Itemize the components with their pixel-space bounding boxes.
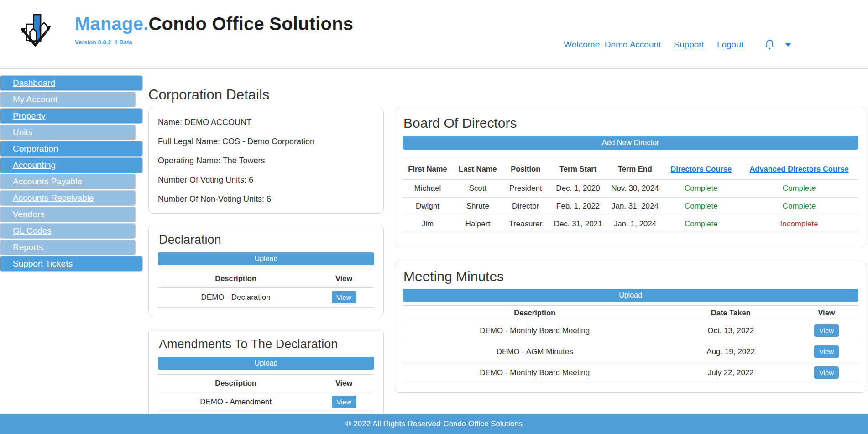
- table-row: Michael Scott President Dec. 1, 2020 Nov…: [403, 180, 858, 198]
- sidebar-item-accounts-receivable[interactable]: Accounts Receivable: [0, 190, 136, 206]
- minutes-description: DEMO - AGM Minutes: [403, 341, 667, 362]
- board-of-directors-card: Board Of Directors Add New Director Firs…: [395, 107, 866, 247]
- chevron-down-icon[interactable]: [785, 43, 791, 47]
- board-col-position: Position: [503, 157, 549, 180]
- directors-course-status: Complete: [662, 198, 740, 215]
- header-menu: Welcome, Demo Account Support Logout: [551, 38, 791, 51]
- director-position: Director: [503, 198, 549, 215]
- director-term-start: Feb. 1, 2022: [549, 198, 608, 215]
- director-term-end: Jan. 31, 2024: [608, 198, 663, 215]
- app-header: Manage.Condo Office Solutions Version 0.…: [0, 0, 868, 69]
- page-layout: Dashboard My Account Property Units Corp…: [0, 69, 868, 421]
- sidebar-item-accounts-payable[interactable]: Accounts Payable: [0, 174, 136, 189]
- board-col-term-start: Term Start: [549, 157, 608, 180]
- welcome-text: Welcome, Demo Account: [564, 40, 661, 50]
- board-table: First Name Last Name Position Term Start…: [403, 157, 858, 233]
- right-column: Board Of Directors Add New Director Firs…: [395, 87, 866, 421]
- declaration-row-description: DEMO - Declaration: [158, 288, 314, 308]
- board-header-row: First Name Last Name Position Term Start…: [403, 157, 858, 180]
- minutes-description: DEMO - Monthly Board Meeting: [403, 362, 667, 383]
- sidebar-item-accounting[interactable]: Accounting: [0, 157, 143, 173]
- amendments-upload-button[interactable]: Upload: [158, 357, 374, 370]
- director-position: Treasurer: [503, 215, 549, 233]
- table-row: DEMO - Monthly Board Meeting July 22, 20…: [403, 362, 858, 383]
- corporation-details-card: Name: DEMO ACCOUNT Full Legal Name: COS …: [148, 108, 384, 214]
- sidebar-item-vendors[interactable]: Vendors: [0, 207, 136, 222]
- director-term-start: Dec. 1, 2020: [549, 180, 608, 198]
- condo-logo-icon: [19, 9, 52, 53]
- director-position: President: [503, 180, 549, 198]
- director-last-name: Halpert: [453, 215, 503, 233]
- add-new-director-button[interactable]: Add New Director: [403, 136, 858, 150]
- sidebar-item-support-tickets[interactable]: Support Tickets: [0, 256, 143, 272]
- declaration-upload-button[interactable]: Upload: [158, 252, 374, 265]
- table-row: Dwight Shrute Director Feb. 1, 2022 Jan.…: [403, 198, 858, 215]
- detail-full-legal-name: Full Legal Name: COS - Demo Corporation: [158, 136, 374, 146]
- detail-name: Name: DEMO ACCOUNT: [158, 117, 374, 127]
- support-link[interactable]: Support: [674, 40, 704, 50]
- sidebar-item-corporation[interactable]: Corporation: [0, 141, 143, 157]
- amendments-card: Amendments To The Declaration Upload Des…: [148, 329, 384, 421]
- director-first-name: Michael: [403, 180, 453, 198]
- footer-brand-link[interactable]: Condo Office Solutions: [443, 419, 523, 429]
- minutes-view-button[interactable]: View: [814, 366, 839, 379]
- app-title-manage: Manage.: [75, 14, 148, 34]
- amendments-row-description: DEMO - Amendment: [158, 392, 314, 412]
- version-label: Version 0.0.2_1 Beta: [75, 39, 353, 46]
- minutes-description: DEMO - Monthly Board Meeting: [403, 320, 667, 341]
- directors-course-status: Complete: [662, 180, 740, 198]
- board-col-last-name: Last Name: [453, 157, 503, 180]
- app-title-rest: Condo Office Solutions: [148, 14, 353, 34]
- left-column: Corporation Details Name: DEMO ACCOUNT F…: [148, 87, 384, 421]
- sidebar-nav: Dashboard My Account Property Units Corp…: [0, 69, 144, 421]
- table-row: DEMO - Declaration View: [158, 288, 374, 308]
- minutes-date-taken: July 22, 2022: [667, 362, 795, 383]
- advanced-directors-course-link[interactable]: Advanced Directors Course: [749, 165, 848, 173]
- directors-course-link[interactable]: Directors Course: [670, 165, 732, 173]
- director-term-start: Dec. 31, 2021: [549, 215, 608, 233]
- detail-operating-name: Operating Name: The Towers: [158, 156, 374, 166]
- amendments-col-description: Description: [158, 375, 314, 392]
- sidebar-item-gl-codes[interactable]: GL Codes: [0, 223, 136, 239]
- sidebar-item-property[interactable]: Property: [0, 108, 143, 124]
- director-term-end: Jan. 1, 2024: [608, 215, 663, 233]
- advanced-course-status: Complete: [740, 198, 858, 215]
- meeting-minutes-title: Meeting Minutes: [403, 269, 858, 284]
- table-row: DEMO - Monthly Board Meeting Oct. 13, 20…: [403, 320, 858, 341]
- board-col-term-end: Term End: [608, 157, 663, 180]
- declaration-title: Declaration: [159, 232, 374, 247]
- declaration-table: Description View DEMO - Declaration View: [158, 270, 374, 308]
- meeting-minutes-table: Description Date Taken View DEMO - Month…: [403, 305, 858, 383]
- sidebar-item-reports[interactable]: Reports: [0, 240, 136, 255]
- minutes-col-date-taken: Date Taken: [667, 306, 795, 320]
- page-title: Corporation Details: [148, 87, 384, 103]
- sidebar-item-my-account[interactable]: My Account: [0, 92, 136, 107]
- notifications-bell-icon[interactable]: [763, 38, 776, 51]
- declaration-col-description: Description: [158, 270, 314, 288]
- board-title: Board Of Directors: [403, 115, 858, 131]
- amendments-view-button[interactable]: View: [332, 396, 356, 408]
- amendments-header-row: Description View: [158, 375, 374, 392]
- minutes-header-row: Description Date Taken View: [403, 306, 858, 320]
- minutes-upload-button[interactable]: Upload: [403, 289, 858, 302]
- minutes-date-taken: Oct. 13, 2022: [667, 320, 795, 341]
- director-last-name: Scott: [453, 180, 503, 198]
- page-footer: ® 2022 All Rights Reserved Condo Office …: [0, 414, 868, 434]
- minutes-col-view: View: [795, 306, 858, 320]
- sidebar-item-dashboard[interactable]: Dashboard: [0, 75, 143, 91]
- advanced-course-status: Complete: [740, 180, 858, 198]
- minutes-view-button[interactable]: View: [814, 324, 839, 337]
- amendments-title: Amendments To The Declaration: [159, 337, 374, 351]
- declaration-header-row: Description View: [158, 270, 374, 288]
- sidebar-item-units[interactable]: Units: [0, 125, 136, 140]
- minutes-view-button[interactable]: View: [814, 345, 839, 358]
- logout-link[interactable]: Logout: [717, 40, 743, 50]
- detail-non-voting-units: Number Of Non-Voting Units: 6: [158, 194, 374, 204]
- director-first-name: Jim: [403, 215, 453, 233]
- declaration-col-view: View: [314, 270, 374, 288]
- director-last-name: Shrute: [453, 198, 503, 215]
- declaration-view-button[interactable]: View: [332, 291, 356, 303]
- board-col-first-name: First Name: [403, 157, 453, 180]
- table-row: DEMO - AGM Minutes Aug. 19, 2022 View: [403, 341, 858, 362]
- table-row: Jim Halpert Treasurer Dec. 31, 2021 Jan.…: [403, 215, 858, 233]
